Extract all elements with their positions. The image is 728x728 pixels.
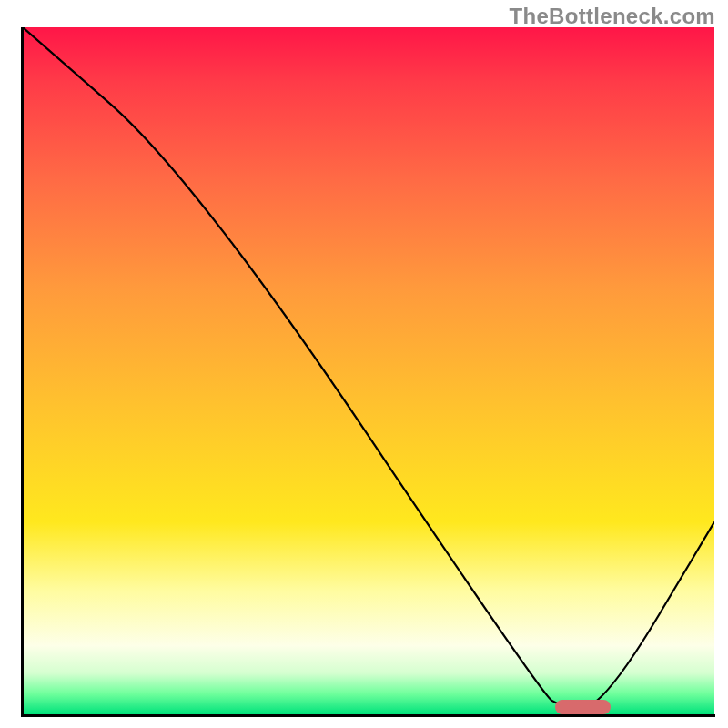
bottleneck-curve bbox=[23, 27, 714, 714]
y-axis bbox=[21, 27, 24, 717]
x-axis bbox=[21, 714, 715, 717]
curve-path bbox=[23, 27, 714, 707]
watermark-text: TheBottleneck.com bbox=[510, 4, 715, 29]
chart-container: TheBottleneck.com bbox=[0, 0, 728, 728]
plot-area bbox=[23, 27, 714, 714]
optimal-range-marker bbox=[555, 700, 611, 714]
